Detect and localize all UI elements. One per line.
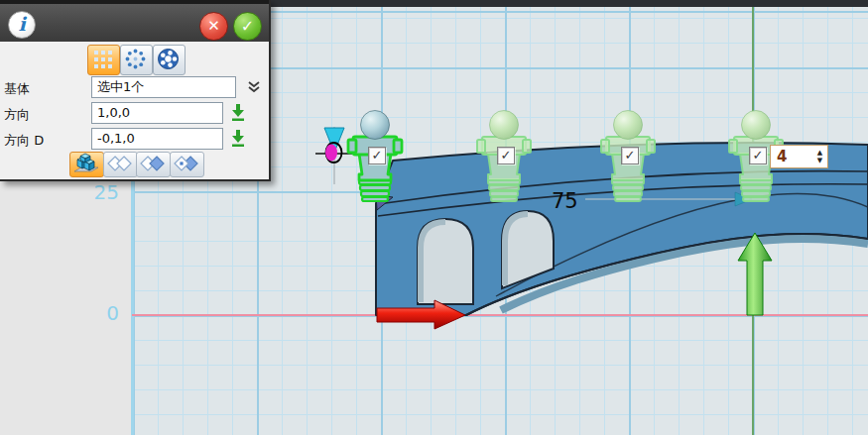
boolean-option-3-button[interactable] <box>136 152 171 177</box>
circular-pattern-button[interactable] <box>120 45 153 75</box>
two-white-diamonds-icon <box>104 153 135 174</box>
confirm-button[interactable]: ✓ <box>233 12 262 41</box>
instance-1-checkbox[interactable]: ✓ <box>368 147 386 164</box>
dialog-titlebar: i ✕ ✓ <box>0 0 269 42</box>
direction2-field-label: 方向 D <box>4 132 44 150</box>
check-icon: ✓ <box>372 148 383 163</box>
spherical-pattern-icon <box>154 46 183 72</box>
spherical-pattern-button[interactable] <box>153 45 186 75</box>
pattern-dialog: i ✕ ✓ <box>0 0 271 181</box>
direction2-field-input[interactable]: -0,1,0 <box>91 128 223 150</box>
spinner-arrows: ▲ ▼ <box>812 146 827 167</box>
direction1-field-input[interactable]: 1,0,0 <box>91 102 223 124</box>
linear-pattern-button[interactable] <box>87 45 120 75</box>
pawn-head <box>361 111 390 140</box>
pawn-head <box>742 111 771 140</box>
application-window: 25 0 <box>0 0 868 435</box>
boolean-merge-button[interactable] <box>69 152 104 177</box>
white-blue-diamonds-icon <box>137 153 168 174</box>
direction1-pick-icon[interactable] <box>229 103 247 122</box>
expand-chevron-icon[interactable] <box>246 79 262 95</box>
cubes-icon <box>70 153 101 174</box>
check-icon: ✓ <box>753 148 764 163</box>
linear-pattern-icon <box>94 51 112 68</box>
instance-3-checkbox[interactable]: ✓ <box>621 147 639 164</box>
direction1-field-label: 方向 <box>4 106 30 124</box>
circular-pattern-icon <box>121 46 150 72</box>
check-icon: ✓ <box>501 148 512 163</box>
pattern-count-spinner[interactable]: 4 ▲ ▼ <box>770 145 828 168</box>
base-field-label: 基体 <box>4 80 30 98</box>
pattern-count-value[interactable]: 4 <box>771 146 812 167</box>
cancel-button[interactable]: ✕ <box>199 12 228 41</box>
pawn-head <box>490 111 519 140</box>
dimension-value[interactable]: 75 <box>552 189 578 213</box>
spinner-down-button[interactable]: ▼ <box>812 157 827 164</box>
pawn-head <box>614 111 643 140</box>
boolean-option-4-button[interactable] <box>170 152 204 177</box>
instance-4-checkbox[interactable]: ✓ <box>749 147 767 164</box>
info-icon[interactable]: i <box>8 11 36 39</box>
boolean-option-2-button[interactable] <box>103 152 138 177</box>
base-field-input[interactable]: 选中1个 <box>91 76 236 98</box>
dot-diamond-icon <box>171 153 201 174</box>
check-icon: ✓ <box>625 148 636 163</box>
direction2-pick-icon[interactable] <box>229 129 247 148</box>
origin-point-icon[interactable] <box>325 145 337 162</box>
spinner-up-button[interactable]: ▲ <box>812 149 827 157</box>
instance-2-checkbox[interactable]: ✓ <box>497 147 515 164</box>
